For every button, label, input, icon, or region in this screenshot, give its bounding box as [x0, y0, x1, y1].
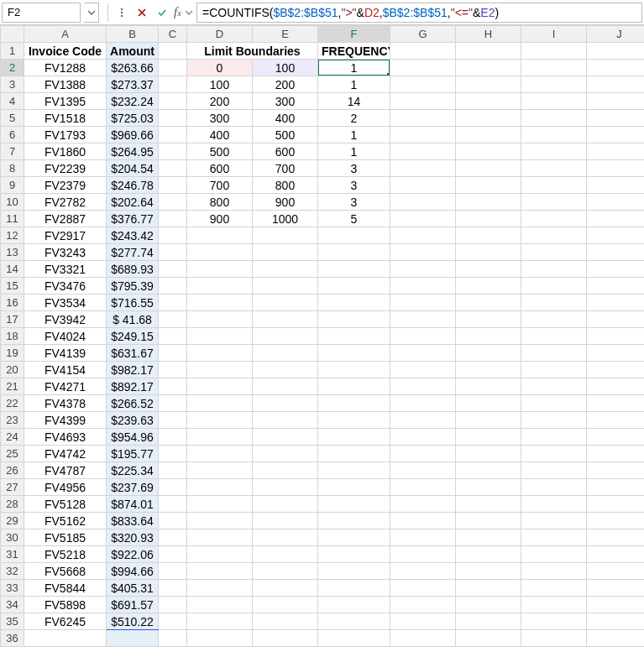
cell-H31[interactable] [456, 546, 521, 563]
cell-C22[interactable] [159, 395, 187, 412]
cell-J1[interactable] [587, 43, 645, 60]
cell-B31[interactable]: $922.06 [107, 546, 159, 563]
cell-H30[interactable] [456, 529, 521, 546]
cell-D6[interactable]: 400 [187, 127, 253, 143]
cell-F10[interactable]: 3 [318, 194, 390, 211]
cell-J2[interactable] [587, 60, 645, 76]
cell-G28[interactable] [390, 496, 456, 513]
cell-G5[interactable] [390, 110, 456, 127]
cell-J35[interactable] [587, 613, 645, 630]
cell-G24[interactable] [390, 429, 456, 446]
cell-H16[interactable] [456, 295, 521, 311]
cell-H35[interactable] [456, 613, 521, 630]
cell-G34[interactable] [390, 597, 456, 613]
cell-G11[interactable] [390, 211, 456, 227]
cell-J9[interactable] [587, 177, 645, 194]
cell-C13[interactable] [159, 244, 187, 261]
cell-B18[interactable]: $249.15 [107, 328, 159, 345]
cell-F31[interactable] [318, 546, 390, 563]
row-header[interactable]: 13 [1, 244, 24, 261]
cell-G9[interactable] [390, 177, 456, 194]
cell-C20[interactable] [159, 362, 187, 378]
row-header[interactable]: 31 [1, 546, 24, 563]
cell-H8[interactable] [456, 160, 521, 177]
cell-F23[interactable] [318, 412, 390, 429]
cell-G14[interactable] [390, 261, 456, 278]
cell-J3[interactable] [587, 76, 645, 93]
cell-J19[interactable] [587, 345, 645, 362]
cell-B32[interactable]: $994.66 [107, 563, 159, 580]
cell-C32[interactable] [159, 563, 187, 580]
cell-F19[interactable] [318, 345, 390, 362]
cell-B17[interactable]: $ 41.68 [107, 311, 159, 328]
col-header-J[interactable]: J [587, 26, 645, 43]
cell-B11[interactable]: $376.77 [107, 211, 159, 227]
cell-H14[interactable] [456, 261, 521, 278]
cell-G18[interactable] [390, 328, 456, 345]
cell-E12[interactable] [253, 227, 318, 244]
select-all-corner[interactable] [1, 26, 24, 43]
fill-handle[interactable] [387, 73, 390, 76]
cell-C29[interactable] [159, 513, 187, 529]
col-header-E[interactable]: E [253, 26, 318, 43]
cell-I22[interactable] [521, 395, 587, 412]
cell-C1[interactable] [159, 43, 187, 60]
cell-D11[interactable]: 900 [187, 211, 253, 227]
cell-D16[interactable] [187, 295, 253, 311]
cell-H6[interactable] [456, 127, 521, 143]
cell-C16[interactable] [159, 295, 187, 311]
cell-H28[interactable] [456, 496, 521, 513]
cell-A14[interactable]: FV3321 [24, 261, 107, 278]
cancel-formula-button[interactable] [133, 3, 151, 22]
row-header[interactable]: 29 [1, 513, 24, 529]
cell-A26[interactable]: FV4787 [24, 462, 107, 479]
cell-E16[interactable] [253, 295, 318, 311]
cell-C24[interactable] [159, 429, 187, 446]
row-header[interactable]: 23 [1, 412, 24, 429]
cell-G29[interactable] [390, 513, 456, 529]
cell-A27[interactable]: FV4956 [24, 479, 107, 496]
cell-D10[interactable]: 800 [187, 194, 253, 211]
cell-C5[interactable] [159, 110, 187, 127]
cell-B28[interactable]: $874.01 [107, 496, 159, 513]
cell-C19[interactable] [159, 345, 187, 362]
cell-E8[interactable]: 700 [253, 160, 318, 177]
cell-G8[interactable] [390, 160, 456, 177]
cell-H3[interactable] [456, 76, 521, 93]
cell-J36[interactable] [587, 630, 645, 647]
cell-C28[interactable] [159, 496, 187, 513]
cell-F1[interactable]: FREQUENCY [318, 43, 390, 60]
cell-A7[interactable]: FV1860 [24, 143, 107, 160]
cell-B29[interactable]: $833.64 [107, 513, 159, 529]
more-button[interactable] [113, 3, 131, 22]
cell-A35[interactable]: FV6245 [24, 613, 107, 630]
cell-G22[interactable] [390, 395, 456, 412]
cell-A28[interactable]: FV5128 [24, 496, 107, 513]
cell-I5[interactable] [521, 110, 587, 127]
row-header[interactable]: 19 [1, 345, 24, 362]
cell-G21[interactable] [390, 378, 456, 395]
row-header[interactable]: 28 [1, 496, 24, 513]
cell-E32[interactable] [253, 563, 318, 580]
cell-E6[interactable]: 500 [253, 127, 318, 143]
cell-I20[interactable] [521, 362, 587, 378]
cell-G7[interactable] [390, 143, 456, 160]
cell-E7[interactable]: 600 [253, 143, 318, 160]
cell-F7[interactable]: 1 [318, 143, 390, 160]
cell-A23[interactable]: FV4399 [24, 412, 107, 429]
cell-F16[interactable] [318, 295, 390, 311]
cell-H13[interactable] [456, 244, 521, 261]
cell-H15[interactable] [456, 278, 521, 295]
cell-D31[interactable] [187, 546, 253, 563]
cell-E21[interactable] [253, 378, 318, 395]
cell-B20[interactable]: $982.17 [107, 362, 159, 378]
cell-B2[interactable]: $263.66 [107, 60, 159, 76]
cell-B1[interactable]: Amount [107, 43, 159, 60]
cell-A2[interactable]: FV1288 [24, 60, 107, 76]
cell-D3[interactable]: 100 [187, 76, 253, 93]
cell-E2[interactable]: 100 [253, 60, 318, 76]
cell-C4[interactable] [159, 93, 187, 110]
cell-J7[interactable] [587, 143, 645, 160]
chevron-down-icon[interactable] [185, 8, 193, 17]
cell-C21[interactable] [159, 378, 187, 395]
